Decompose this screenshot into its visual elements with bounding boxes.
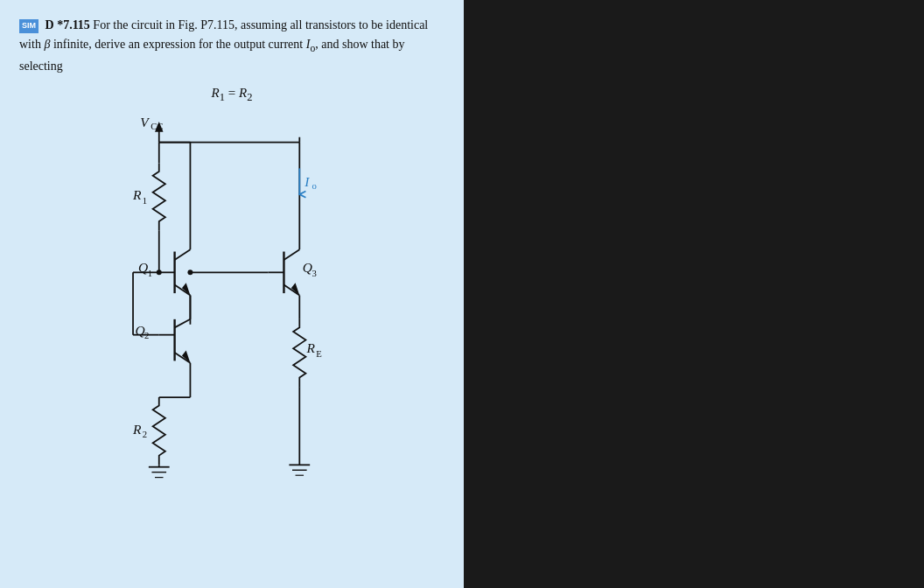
svg-text:2: 2	[143, 430, 147, 440]
svg-text:R: R	[132, 187, 142, 202]
svg-point-19	[187, 270, 192, 276]
problem-text: SIM D *7.115 For the circuit in Fig. P7.…	[19, 16, 444, 75]
svg-text:E: E	[316, 348, 322, 359]
svg-text:I: I	[304, 174, 310, 189]
circuit-svg: V CC R 1 Q 1	[31, 111, 433, 496]
svg-text:Q: Q	[303, 261, 312, 276]
svg-line-22	[284, 249, 299, 260]
sim-badge: SIM	[19, 19, 38, 33]
svg-text:o: o	[312, 180, 317, 191]
main-panel: SIM D *7.115 For the circuit in Fig. P7.…	[0, 0, 464, 588]
svg-line-42	[175, 319, 191, 328]
problem-id: D *7.115	[46, 18, 90, 32]
svg-text:R: R	[132, 422, 142, 437]
formula: R1 = R2	[19, 86, 444, 104]
circuit-diagram: V CC R 1 Q 1	[31, 111, 433, 496]
right-panel	[464, 0, 924, 588]
svg-text:CC: CC	[150, 122, 163, 132]
svg-line-10	[175, 249, 191, 260]
svg-text:V: V	[140, 115, 150, 130]
svg-text:3: 3	[312, 268, 317, 278]
svg-text:R: R	[306, 340, 316, 355]
svg-point-52	[157, 270, 162, 276]
svg-text:1: 1	[143, 195, 147, 206]
